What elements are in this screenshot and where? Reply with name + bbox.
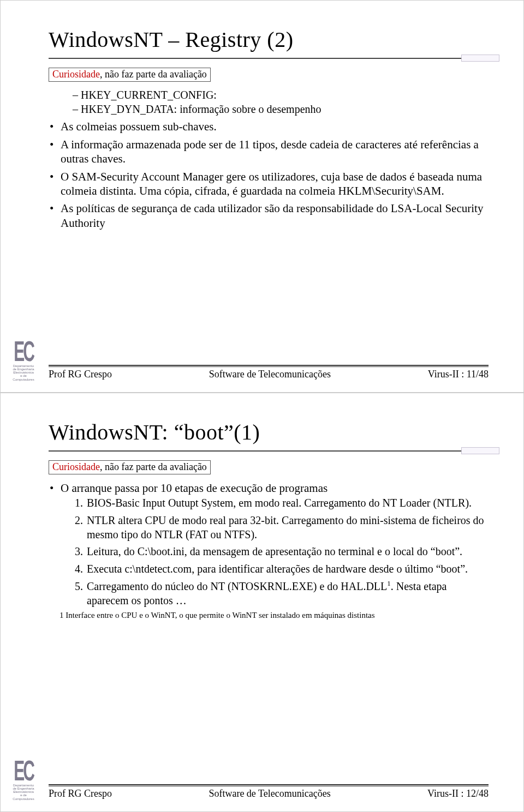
note-red-word: Curiosidade xyxy=(52,461,100,472)
dash-list: HKEY_CURRENT_CONFIG: HKEY_DYN_DATA: info… xyxy=(73,88,489,116)
numbered-item: BIOS-Basic Input Outupt System, em modo … xyxy=(86,496,489,510)
bullet-item: As políticas de segurança de cada utiliz… xyxy=(49,201,489,230)
numbered-list: BIOS-Basic Input Outupt System, em modo … xyxy=(74,496,489,608)
footer-course: Software de Telecomunicações xyxy=(209,369,331,380)
logo-line: Computadores xyxy=(8,378,39,381)
slide-footer: Prof RG Crespo Software de Telecomunicaç… xyxy=(49,784,489,799)
note-red-word: Curiosidade xyxy=(52,69,100,80)
curiosity-note: Curiosidade, não faz parte da avaliação xyxy=(49,460,211,474)
bullet-list: O arranque passa por 10 etapas de execuç… xyxy=(49,481,489,608)
footer-page: Virus-II : 11/48 xyxy=(428,369,489,380)
footer-course: Software de Telecomunicações xyxy=(209,788,330,799)
title-accent-box xyxy=(461,447,499,454)
logo-big: EC xyxy=(8,341,39,363)
slide-footer: Prof RG Crespo Software de Telecomunicaç… xyxy=(49,365,489,380)
footer-author: Prof RG Crespo xyxy=(49,788,112,799)
bullet-intro-text: O arranque passa por 10 etapas de execuç… xyxy=(61,482,327,495)
bullet-item: As colmeias possuem sub-chaves. xyxy=(49,119,489,134)
title-accent-box xyxy=(461,55,499,62)
title-rule xyxy=(49,55,489,62)
title-rule xyxy=(49,447,489,455)
bullet-item: A informação armazenada pode ser de 11 t… xyxy=(49,137,489,166)
slide-title: WindowsNT – Registry (2) xyxy=(49,27,489,52)
bullet-list: As colmeias possuem sub-chaves. A inform… xyxy=(49,119,489,230)
logo-big: EC xyxy=(8,760,39,782)
footnote: 1 Interface entre o CPU e o WinNT, o que… xyxy=(59,611,489,620)
numbered-item: NTLR altera CPU de modo real para 32-bit… xyxy=(86,514,489,542)
numbered-item: Executa c:\ntdetect.com, para identifica… xyxy=(86,562,489,576)
note-rest: , não faz parte da avaliação xyxy=(100,69,207,80)
bullet-intro: O arranque passa por 10 etapas de execuç… xyxy=(49,481,489,608)
dept-logo: EC Departamento de Engenharia Electrotéc… xyxy=(8,350,39,381)
curiosity-note: Curiosidade, não faz parte da avaliação xyxy=(49,68,211,82)
slide-title: WindowsNT: “boot”(1) xyxy=(49,419,489,445)
bullet-item: O SAM-Security Account Manager gere os u… xyxy=(49,170,489,199)
slide-1: WindowsNT – Registry (2) Curiosidade, nã… xyxy=(0,0,524,393)
dash-item: HKEY_DYN_DATA: informação sobre o desemp… xyxy=(73,103,489,117)
dash-item: HKEY_CURRENT_CONFIG: xyxy=(73,88,489,103)
num5-pre: Carregamento do núcleo do NT (NTOSKRNL.E… xyxy=(87,580,387,592)
footer-page: Virus-II : 12/48 xyxy=(427,788,489,799)
dept-logo: EC Departamento de Engenharia Electrotéc… xyxy=(8,769,39,801)
logo-line: Computadores xyxy=(8,797,39,801)
note-rest: , não faz parte da avaliação xyxy=(100,461,207,472)
numbered-item: Leitura, do C:\boot.ini, da mensagem de … xyxy=(86,545,489,559)
slide-2: WindowsNT: “boot”(1) Curiosidade, não fa… xyxy=(0,393,524,812)
numbered-item: Carregamento do núcleo do NT (NTOSKRNL.E… xyxy=(86,579,489,608)
footer-author: Prof RG Crespo xyxy=(49,369,112,380)
